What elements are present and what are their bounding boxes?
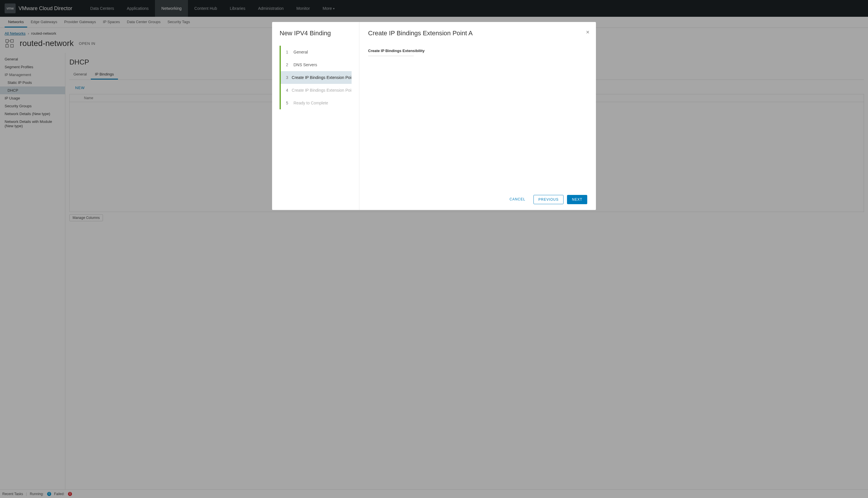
step-general[interactable]: 1 General [281, 46, 351, 58]
next-button[interactable]: NEXT [567, 195, 587, 204]
previous-button[interactable]: PREVIOUS [533, 195, 563, 204]
cancel-button[interactable]: CANCEL [505, 195, 530, 204]
step-label: Create IP Bindings Extension Point A [292, 75, 351, 80]
wizard-sidebar: New IPV4 Binding 1 General 2 DNS Servers… [272, 22, 359, 210]
close-icon[interactable]: ✕ [586, 29, 590, 35]
modal-body-title: Create IP Bindings Extension Point A [368, 29, 587, 37]
step-num: 4 [286, 88, 288, 93]
wizard-buttons: CANCEL PREVIOUS NEXT [368, 189, 587, 204]
modal-overlay[interactable]: New IPV4 Binding 1 General 2 DNS Servers… [0, 0, 868, 498]
step-num: 5 [286, 101, 290, 105]
step-num: 2 [286, 63, 290, 67]
step-label: Ready to Complete [293, 101, 328, 105]
modal-body-subtitle: Create IP Bindings Extensibility [368, 49, 587, 53]
divider [368, 56, 414, 56]
step-label: DNS Servers [293, 63, 317, 67]
wizard-modal: New IPV4 Binding 1 General 2 DNS Servers… [272, 22, 596, 210]
step-dns-servers[interactable]: 2 DNS Servers [281, 58, 351, 71]
wizard-steps: 1 General 2 DNS Servers 3 Create IP Bind… [280, 46, 351, 109]
wizard-title: New IPV4 Binding [280, 29, 351, 37]
step-ready-to-complete: 5 Ready to Complete [281, 96, 351, 109]
step-extension-point-a[interactable]: 3 Create IP Bindings Extension Point A [281, 71, 351, 84]
step-num: 3 [286, 75, 288, 80]
step-num: 1 [286, 50, 290, 54]
step-extension-point-b: 4 Create IP Bindings Extension Point B [281, 84, 351, 96]
step-label: General [293, 50, 308, 54]
wizard-body: ✕ Create IP Bindings Extension Point A C… [359, 22, 596, 210]
step-label: Create IP Bindings Extension Point B [292, 88, 351, 93]
